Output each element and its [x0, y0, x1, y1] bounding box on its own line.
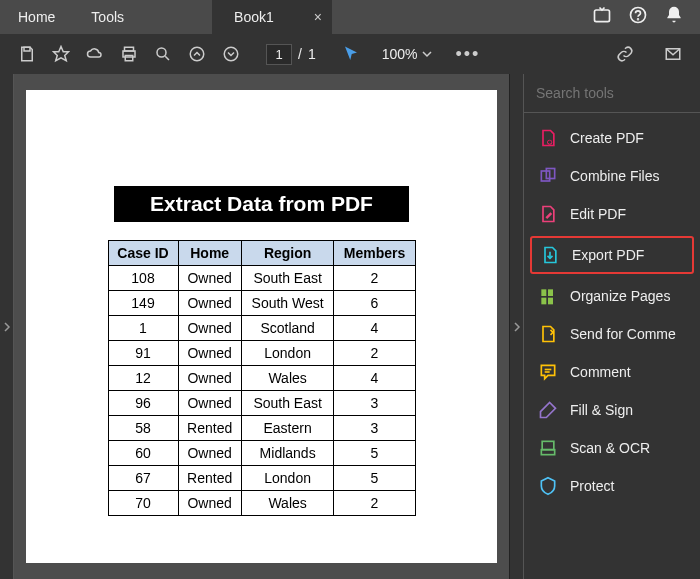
edit-pdf-icon	[538, 204, 558, 224]
svg-rect-23	[542, 441, 554, 449]
help-icon[interactable]	[628, 5, 648, 29]
svg-rect-17	[541, 289, 546, 296]
svg-marker-4	[54, 47, 69, 61]
svg-rect-19	[541, 298, 546, 305]
star-icon[interactable]	[52, 45, 70, 63]
page-down-icon[interactable]	[222, 45, 240, 63]
table-cell: 6	[334, 291, 415, 316]
svg-point-11	[224, 47, 238, 61]
tool-scan-ocr[interactable]: Scan & OCR	[524, 429, 700, 467]
table-cell: 5	[334, 466, 415, 491]
page-current-input[interactable]	[266, 44, 292, 65]
table-cell: South East	[241, 391, 334, 416]
page-total: 1	[308, 46, 316, 62]
table-cell: South West	[241, 291, 334, 316]
tool-label: Organize Pages	[570, 288, 670, 304]
document-page: Extract Data from PDF Case IDHomeRegionM…	[26, 90, 497, 563]
search-page-icon[interactable]	[154, 45, 172, 63]
table-row: 67RentedLondon5	[108, 466, 415, 491]
table-cell: 4	[334, 366, 415, 391]
svg-rect-20	[548, 298, 553, 305]
left-panel-toggle[interactable]	[0, 74, 14, 579]
table-cell: 3	[334, 416, 415, 441]
table-cell: 3	[334, 391, 415, 416]
combine-files-icon	[538, 166, 558, 186]
mail-icon[interactable]	[664, 45, 682, 63]
comment-icon	[538, 362, 558, 382]
tool-protect[interactable]: Protect	[524, 467, 700, 505]
fill-sign-icon	[538, 400, 558, 420]
toolbar-right	[608, 45, 690, 63]
cloud-icon[interactable]	[86, 45, 104, 63]
table-cell: 12	[108, 366, 178, 391]
print-icon[interactable]	[120, 45, 138, 63]
table-cell: Scotland	[241, 316, 334, 341]
table-cell: 2	[334, 491, 415, 516]
table-cell: London	[241, 466, 334, 491]
tool-export-pdf[interactable]: Export PDF	[530, 236, 694, 274]
export-pdf-icon	[540, 245, 560, 265]
right-panel-toggle[interactable]	[509, 74, 523, 579]
protect-icon	[538, 476, 558, 496]
table-cell: Owned	[178, 441, 241, 466]
zoom-level[interactable]: 100%	[382, 46, 432, 62]
table-cell: 60	[108, 441, 178, 466]
top-right-icons	[592, 5, 700, 29]
page-up-icon[interactable]	[188, 45, 206, 63]
table-cell: Owned	[178, 291, 241, 316]
zoom-value: 100%	[382, 46, 418, 62]
table-cell: London	[241, 341, 334, 366]
tool-label: Scan & OCR	[570, 440, 650, 456]
page-title: Extract Data from PDF	[114, 186, 409, 222]
tool-organize-pages[interactable]: Organize Pages	[524, 277, 700, 315]
table-cell: 108	[108, 266, 178, 291]
svg-point-10	[190, 47, 204, 61]
table-cell: Owned	[178, 391, 241, 416]
tab-document[interactable]: Book1 ×	[212, 0, 332, 34]
table-header: Case ID	[108, 241, 178, 266]
send-for-comme-icon	[538, 324, 558, 344]
svg-line-9	[165, 56, 169, 60]
table-row: 60OwnedMidlands5	[108, 441, 415, 466]
tool-comment[interactable]: Comment	[524, 353, 700, 391]
table-cell: 4	[334, 316, 415, 341]
table-cell: Owned	[178, 366, 241, 391]
search-tools-input[interactable]	[536, 85, 688, 101]
tool-create-pdf[interactable]: Create PDF	[524, 119, 700, 157]
notification-icon[interactable]	[664, 5, 684, 29]
pointer-icon[interactable]	[342, 45, 360, 63]
table-cell: Rented	[178, 416, 241, 441]
table-cell: 67	[108, 466, 178, 491]
tool-label: Fill & Sign	[570, 402, 633, 418]
tool-fill-sign[interactable]: Fill & Sign	[524, 391, 700, 429]
table-cell: Wales	[241, 366, 334, 391]
table-cell: 2	[334, 341, 415, 366]
chevron-down-icon	[422, 49, 432, 59]
table-cell: South East	[241, 266, 334, 291]
tool-edit-pdf[interactable]: Edit PDF	[524, 195, 700, 233]
table-cell: 70	[108, 491, 178, 516]
share-icon[interactable]	[592, 5, 612, 29]
table-row: 1OwnedScotland4	[108, 316, 415, 341]
main-area: Extract Data from PDF Case IDHomeRegionM…	[0, 74, 700, 579]
tab-tools[interactable]: Tools	[73, 1, 142, 33]
tool-combine-files[interactable]: Combine Files	[524, 157, 700, 195]
table-row: 91OwnedLondon2	[108, 341, 415, 366]
table-cell: Owned	[178, 491, 241, 516]
more-icon[interactable]: •••	[456, 44, 481, 65]
tab-home[interactable]: Home	[0, 1, 73, 33]
tool-send-for-comme[interactable]: Send for Comme	[524, 315, 700, 353]
table-cell: 58	[108, 416, 178, 441]
table-row: 96OwnedSouth East3	[108, 391, 415, 416]
close-icon[interactable]: ×	[314, 9, 322, 25]
toolbar: / 1 100% •••	[0, 34, 700, 74]
document-viewport[interactable]: Extract Data from PDF Case IDHomeRegionM…	[14, 74, 509, 579]
document-title: Book1	[234, 9, 274, 25]
svg-rect-18	[548, 289, 553, 296]
link-icon[interactable]	[616, 45, 634, 63]
save-icon[interactable]	[18, 45, 36, 63]
table-cell: 149	[108, 291, 178, 316]
organize-pages-icon	[538, 286, 558, 306]
table-cell: Owned	[178, 316, 241, 341]
tool-label: Protect	[570, 478, 614, 494]
